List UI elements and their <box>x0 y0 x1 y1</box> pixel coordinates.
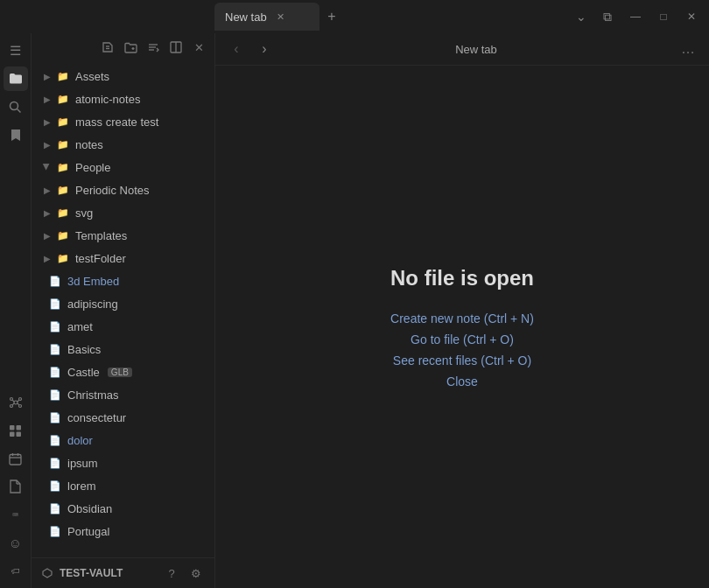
svg-point-3 <box>10 398 12 401</box>
tree-item-adipiscing[interactable]: 📄adipiscing <box>32 292 214 315</box>
folder-icon: 📁 <box>57 139 69 150</box>
tree-item-obsidian[interactable]: 📄Obsidian <box>32 497 214 520</box>
file-icon: 📄 <box>49 321 61 332</box>
tree-item-periodic-notes[interactable]: ▶📁Periodic Notes <box>32 178 214 201</box>
file-icon: 📄 <box>49 389 61 401</box>
svg-point-2 <box>14 401 18 404</box>
split-button[interactable] <box>165 37 186 58</box>
file-icon: 📄 <box>49 298 61 310</box>
blocks-icon[interactable] <box>4 418 28 443</box>
svg-rect-13 <box>10 431 15 437</box>
new-note-button[interactable] <box>97 37 118 58</box>
maximize-btn[interactable]: □ <box>653 6 674 27</box>
chevron-icon: ▶ <box>42 253 53 263</box>
file-icon: 📄 <box>49 480 61 492</box>
tree-item-label: Obsidian <box>67 502 112 515</box>
content-title: New tab <box>282 43 670 56</box>
tree-item-label: 3d Embed <box>67 275 119 288</box>
svg-rect-12 <box>17 425 22 430</box>
tree-item-ipsum[interactable]: 📄ipsum <box>32 452 214 474</box>
chevron-icon: ▶ <box>42 162 53 172</box>
collapse-button[interactable]: ✕ <box>188 37 209 58</box>
tree-item-label: testFolder <box>75 252 126 265</box>
tree-item-notes[interactable]: ▶📁notes <box>32 133 214 156</box>
file-icon: 📄 <box>49 458 61 469</box>
new-folder-button[interactable] <box>120 37 141 58</box>
calendar-icon[interactable] <box>4 446 28 471</box>
percent-icon[interactable]: 🏷 <box>4 558 28 583</box>
tree-item-label: dolor <box>67 434 93 447</box>
tree-item-templates[interactable]: ▶📁Templates <box>32 224 214 247</box>
chevron-icon: ▶ <box>42 71 53 81</box>
tree-item-label: Periodic Notes <box>75 184 150 197</box>
create-new-note-link[interactable]: Create new note (Ctrl + N) <box>390 312 534 326</box>
tree-item-basics[interactable]: 📄Basics <box>32 338 214 360</box>
new-tab-button[interactable]: + <box>319 4 344 29</box>
tree-item-assets[interactable]: ▶📁Assets <box>32 65 214 88</box>
folder-icon[interactable] <box>4 66 28 91</box>
svg-point-6 <box>18 405 21 408</box>
content-area: ‹ › New tab … No file is open Create new… <box>215 33 709 588</box>
bookmark-icon[interactable] <box>4 122 28 147</box>
chevron-icon: ▶ <box>42 116 53 127</box>
tab-close-icon[interactable]: ✕ <box>274 10 288 24</box>
no-file-panel: No file is open Create new note (Ctrl + … <box>215 66 709 588</box>
tree-item-label: ipsum <box>67 457 98 470</box>
sidebar: ✕ ▶📁Assets▶📁atomic-notes▶📁mass create te… <box>32 33 215 588</box>
tree-item-testfolder[interactable]: ▶📁testFolder <box>32 247 214 270</box>
tree-item-christmas[interactable]: 📄Christmas <box>32 383 214 406</box>
tab-label: New tab <box>225 10 267 24</box>
file-icon: 📄 <box>49 344 61 355</box>
close-link[interactable]: Close <box>446 374 478 388</box>
close-btn[interactable]: ✕ <box>681 6 702 27</box>
chevron-icon: ▶ <box>42 94 53 104</box>
search-icon[interactable] <box>4 94 28 119</box>
svg-line-1 <box>18 108 21 112</box>
sidebar-toggle-icon[interactable]: ☰ <box>4 38 28 63</box>
back-button[interactable]: ‹ <box>226 38 247 60</box>
folder-icon: 📁 <box>57 71 69 82</box>
svg-rect-15 <box>10 454 21 465</box>
tree-item-amet[interactable]: 📄amet <box>32 315 214 338</box>
minimize-btn[interactable]: — <box>625 6 646 27</box>
title-bar-right: ⌄ ⧉ — □ ✕ <box>564 6 709 27</box>
see-recent-files-link[interactable]: See recent files (Ctrl + O) <box>393 354 531 368</box>
chevron-down-btn[interactable]: ⌄ <box>571 6 592 27</box>
file-icon: 📄 <box>49 526 61 537</box>
tree-item-label: svg <box>75 206 93 220</box>
tree-item-lorem[interactable]: 📄lorem <box>32 474 214 497</box>
tree-item-consectetur[interactable]: 📄consectetur <box>32 406 214 429</box>
vault-icon <box>40 566 54 580</box>
tree-item-label: Assets <box>75 70 109 83</box>
tree-item-atomic-notes[interactable]: ▶📁atomic-notes <box>32 88 214 110</box>
files-icon[interactable] <box>4 474 28 499</box>
tree-item-svg[interactable]: ▶📁svg <box>32 201 214 224</box>
chevron-icon: ▶ <box>42 139 53 150</box>
tree-item-label: consectetur <box>67 411 126 424</box>
graph-icon[interactable] <box>4 390 28 415</box>
active-tab[interactable]: New tab ✕ <box>214 3 319 31</box>
tree-item-3d-embed[interactable]: 📄3d Embed <box>32 270 214 292</box>
forward-button[interactable]: › <box>254 38 275 60</box>
tree-item-label: Christmas <box>67 388 119 402</box>
settings-button[interactable]: ⚙ <box>186 564 206 583</box>
svg-line-9 <box>12 403 14 405</box>
tree-item-mass-create-test[interactable]: ▶📁mass create test <box>32 110 214 133</box>
layout-btn[interactable]: ⧉ <box>597 6 618 27</box>
tree-item-people[interactable]: ▶📁People <box>32 156 214 178</box>
sort-button[interactable] <box>143 37 164 58</box>
svg-line-8 <box>18 400 19 402</box>
go-to-file-link[interactable]: Go to file (Ctrl + O) <box>411 332 514 346</box>
help-button[interactable]: ? <box>162 564 181 583</box>
sidebar-footer: TEST-VAULT ? ⚙ <box>32 557 214 588</box>
more-button[interactable]: … <box>677 38 698 60</box>
emoji-icon[interactable]: ☺ <box>4 530 28 555</box>
tree-item-dolor[interactable]: 📄dolor <box>32 429 214 452</box>
file-icon: 📄 <box>49 276 61 287</box>
tree-item-label: amet <box>67 320 93 333</box>
tree-item-castle[interactable]: 📄CastleGLB <box>32 360 214 383</box>
terminal-icon[interactable]: ⌨ <box>4 502 28 527</box>
tree-item-portugal[interactable]: 📄Portugal <box>32 520 214 542</box>
svg-point-5 <box>10 405 12 408</box>
tree-item-label: Castle <box>67 366 100 379</box>
